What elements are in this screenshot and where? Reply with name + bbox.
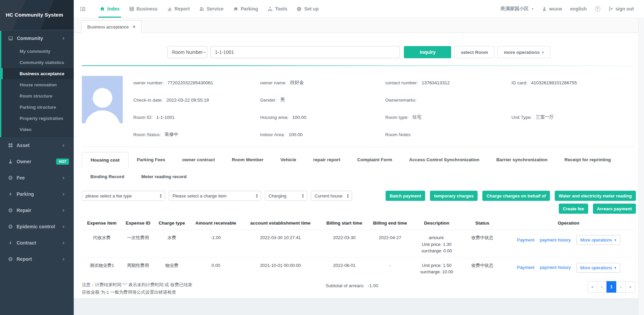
nav-item-parking[interactable]: Parking (228, 0, 263, 18)
house-scope-select[interactable]: Current house (311, 191, 352, 201)
col-amount-receivable: Amount receivable (189, 218, 242, 230)
arrears-payment-button[interactable]: Arrears payment (593, 204, 636, 214)
page-last-button[interactable]: » (625, 281, 635, 293)
room-search-input[interactable] (210, 46, 400, 58)
tab-owner-contract[interactable]: owner contract (174, 152, 224, 168)
fee-type-select[interactable]: please select a fee type (82, 191, 165, 201)
tab-room-member[interactable]: Room Member (223, 152, 272, 168)
operation-links: Payment payment history More operations … (517, 235, 620, 245)
nav-item-label: Report (175, 6, 190, 12)
community-selector-label: 美满家园小区 (500, 6, 529, 12)
tab-business-acceptance[interactable]: Business acceptance ✕ (81, 20, 142, 33)
tab-receipt-reprinting[interactable]: Receipt for reprinting (556, 152, 619, 168)
sidebar-toggle-icon[interactable] (80, 6, 86, 12)
scrollbar-track[interactable] (638, 18, 644, 315)
inquiry-button[interactable]: Inquiry (404, 46, 451, 58)
cell-expense-item: 代收水费 (82, 230, 122, 258)
more-operations-button[interactable]: More operations ▾ (576, 263, 620, 273)
owner-field-empty (511, 96, 636, 104)
tab-barrier-sync[interactable]: Barrier synchronization (488, 152, 556, 168)
select-room-button[interactable]: select Room (454, 46, 494, 58)
nav-item-report[interactable]: Report (162, 0, 194, 18)
page-next-button[interactable]: › (616, 281, 626, 293)
fee-table: Expense item Expense ID Charge type Amou… (82, 218, 636, 278)
sidebar-item-contract[interactable]: Contract (0, 235, 74, 251)
water-electricity-meter-button[interactable]: Water and electricity meter reading (555, 191, 636, 201)
fee-action-row2: Create fee Arrears payment (559, 204, 636, 214)
page-1-button[interactable]: 1 (606, 281, 616, 293)
sidebar-item-epidemic-control[interactable]: Epidemic control (0, 218, 74, 235)
payment-history-link[interactable]: payment history (540, 264, 571, 271)
sidebar-subitem-parking-structure[interactable]: Parking structure (1, 102, 74, 113)
tab-binding-record[interactable]: Binding Record (82, 170, 133, 183)
tab-repair-report[interactable]: repair report (305, 152, 349, 168)
tab-meter-reading-record[interactable]: Meter reading record (133, 170, 195, 183)
sidebar-item-fee[interactable]: Fee (0, 170, 74, 186)
batch-payment-button[interactable]: Batch payment (386, 191, 425, 201)
sidebar-item-asset[interactable]: Asset (0, 137, 74, 153)
field-value: 住宅 (412, 114, 421, 120)
close-icon[interactable]: ✕ (133, 25, 136, 29)
tab-housing-cost[interactable]: Housing cost (82, 152, 129, 168)
page-first-button[interactable]: « (588, 281, 597, 293)
more-operations-button[interactable]: More operations ▾ (576, 235, 620, 245)
tab-access-control-sync[interactable]: Access Control Synchronization (400, 152, 488, 168)
field-label: ID card: (511, 80, 527, 85)
sidebar-item-label: Report (17, 256, 32, 262)
page-prev-button[interactable]: ‹ (597, 281, 607, 293)
more-operations-dropdown[interactable]: more operations ▾ (498, 46, 550, 58)
nav-item-label: Tools (275, 6, 287, 12)
main-area: Index Business Report Service Parking To… (74, 0, 644, 315)
sidebar-subitem-property-registration[interactable]: Property registration (1, 113, 74, 124)
language-switch[interactable]: english (570, 6, 587, 12)
nav-item-tools[interactable]: Tools (263, 0, 292, 18)
help-button[interactable]: ? (595, 6, 600, 12)
nav-item-index[interactable]: Index (95, 0, 124, 18)
field-value: 装修中 (165, 131, 179, 138)
username-label: wuxw (549, 6, 562, 12)
field-label: Room ID: (133, 115, 153, 120)
caret-down-icon: ▾ (615, 266, 616, 270)
charge-on-behalf-button[interactable]: Charge charges on behalf of (482, 191, 550, 201)
sidebar-item-repair[interactable]: Repair (0, 202, 74, 218)
temporary-charges-button[interactable]: temporary charges (430, 191, 478, 201)
description-line: Unit price: 1.30 (411, 241, 462, 248)
field-label: Room Status: (133, 132, 161, 137)
charging-status-select[interactable]: Charging (265, 191, 307, 201)
tab-parking-fees[interactable]: Parking Fees (129, 152, 174, 168)
user-menu[interactable]: wuxw (542, 6, 562, 12)
sidebar-item-parking[interactable]: Parking (0, 186, 74, 202)
tab-label: Business acceptance (87, 24, 129, 29)
payment-link[interactable]: Payment (517, 264, 534, 271)
sidebar-subitem-house-renovation[interactable]: House renovation (1, 79, 74, 90)
room-number-select[interactable]: Room Number (167, 46, 207, 58)
sidebar-item-label: Epidemic control (17, 224, 55, 229)
cell-description: Unit price: 1.50 surcharge: 10.00 (410, 257, 463, 278)
cell-account-time: 2022-03-30 10:27:41 (242, 230, 319, 258)
community-selector[interactable]: 美满家园小区 (500, 6, 534, 12)
sidebar-subitem-my-community[interactable]: My community (1, 46, 74, 57)
create-fee-button[interactable]: Create fee (559, 204, 588, 214)
hot-badge: HOT (56, 159, 69, 165)
app-root: HC Community System Community My communi… (0, 0, 644, 315)
sidebar-subitem-community-statistics[interactable]: Community statistics (1, 57, 74, 68)
charge-item-select[interactable]: Please select a charge item (169, 191, 261, 201)
cell-expense-id: 周期性费用 (122, 257, 154, 278)
sidebar-item-owner[interactable]: Owner HOT (0, 153, 74, 170)
bolt-icon (8, 192, 13, 196)
sidebar-subitem-business-acceptance[interactable]: Business acceptance (1, 68, 74, 79)
signout-button[interactable]: sign out (608, 6, 634, 12)
nav-item-service[interactable]: Service (194, 0, 228, 18)
cell-expense-item: 测试物业费1 (82, 257, 122, 278)
payment-history-link[interactable]: payment history (540, 237, 571, 244)
sidebar-subitem-video[interactable]: Video (1, 124, 74, 135)
tab-vehicle[interactable]: Vehicle (272, 152, 305, 168)
col-account-time: account establishment time (242, 218, 319, 230)
sidebar-item-community[interactable]: Community (1, 31, 74, 46)
sidebar-subitem-room-structure[interactable]: Room structure (1, 90, 74, 102)
nav-item-business[interactable]: Business (124, 0, 162, 18)
nav-item-setup[interactable]: Set up (292, 0, 323, 18)
sidebar-item-report[interactable]: Report (0, 251, 74, 267)
tab-complaint-form[interactable]: Complaint Form (349, 152, 401, 168)
payment-link[interactable]: Payment (517, 237, 534, 244)
